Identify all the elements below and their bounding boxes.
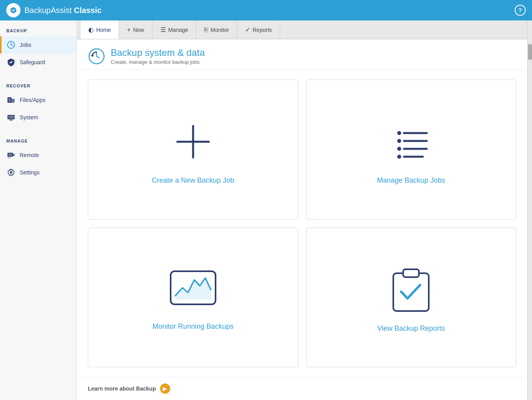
- svg-point-13: [397, 131, 401, 135]
- card-view-reports[interactable]: View Backup Reports: [306, 228, 517, 368]
- clipboard-check-icon: [389, 266, 433, 313]
- svg-rect-22: [393, 273, 429, 311]
- logo: BackupAssist Classic: [6, 3, 102, 17]
- tab-reports[interactable]: ✓ Reports: [237, 20, 280, 39]
- card-reports-label: View Backup Reports: [377, 324, 445, 333]
- app-header: BackupAssist Classic ?: [0, 0, 532, 20]
- tab-manage[interactable]: ☰ Manage: [153, 20, 197, 39]
- sidebar-item-remote[interactable]: Remote: [0, 146, 76, 164]
- page-header-icon: [88, 48, 105, 65]
- sidebar-item-system[interactable]: System: [0, 109, 76, 126]
- card-create-new-backup[interactable]: Create a New Backup Job: [88, 80, 298, 220]
- sidebar-label-manage: MANAGE: [0, 139, 76, 146]
- scrollbar[interactable]: [527, 20, 532, 400]
- sidebar-item-jobs-label: Jobs: [20, 42, 32, 48]
- page-title: Backup system & data: [111, 47, 205, 58]
- footer-arrow-button[interactable]: ▶: [160, 383, 170, 394]
- tab-new-label: New: [133, 27, 144, 33]
- tab-manage-label: Manage: [168, 27, 188, 33]
- sidebar-label-recover: RECOVER: [0, 83, 76, 91]
- tab-home[interactable]: ◐ Home: [80, 20, 119, 39]
- help-button[interactable]: ?: [515, 5, 526, 16]
- sidebar-item-files-apps[interactable]: Files/Apps: [0, 91, 76, 109]
- svg-rect-8: [13, 154, 15, 156]
- svg-rect-4: [9, 120, 13, 120]
- tab-monitor-label: Monitor: [210, 27, 229, 33]
- sidebar-item-jobs[interactable]: Jobs: [0, 36, 76, 54]
- sidebar-item-settings[interactable]: Settings: [0, 164, 76, 181]
- card-monitor-label: Monitor Running Backups: [153, 322, 234, 331]
- settings-icon: [6, 168, 16, 177]
- tab-new[interactable]: + New: [119, 20, 152, 39]
- svg-rect-7: [8, 154, 12, 156]
- home-tab-icon: ◐: [88, 26, 94, 33]
- plus-large-icon: [169, 118, 217, 165]
- svg-rect-5: [8, 116, 14, 119]
- page-header: Backup system & data Create, manage & mo…: [77, 39, 527, 70]
- svg-point-19: [397, 155, 401, 159]
- tab-reports-label: Reports: [253, 27, 272, 33]
- sidebar-item-safeguard[interactable]: Safeguard: [0, 54, 76, 71]
- sidebar-section-recover: RECOVER Files/Apps: [0, 83, 76, 126]
- files-apps-icon: [6, 95, 16, 105]
- page-subtitle: Create, manage & monitor backup jobs: [111, 59, 205, 65]
- tab-bar: ◐ Home + New ☰ Manage ⎘ Monitor ✓ Report…: [77, 20, 527, 39]
- sidebar-label-backup: BACKUP: [0, 28, 76, 36]
- system-icon: [6, 113, 16, 122]
- svg-point-17: [397, 147, 401, 151]
- scrollbar-thumb[interactable]: [528, 44, 532, 60]
- logo-icon: [6, 3, 20, 17]
- cards-grid: Create a New Backup Job: [77, 70, 527, 377]
- sidebar-item-settings-label: Settings: [20, 169, 40, 176]
- sidebar-item-system-label: System: [20, 114, 38, 120]
- svg-point-15: [397, 139, 401, 143]
- tab-home-label: Home: [96, 27, 111, 33]
- sidebar-section-manage: MANAGE Remote: [0, 139, 76, 181]
- sidebar-section-backup: BACKUP Jobs Safeguard: [0, 28, 76, 71]
- remote-icon: [6, 150, 16, 160]
- list-tab-icon: ☰: [160, 26, 166, 33]
- svg-rect-23: [403, 269, 419, 277]
- svg-rect-2: [11, 99, 15, 103]
- sidebar-item-remote-label: Remote: [20, 152, 39, 158]
- list-large-icon: [387, 118, 435, 165]
- jobs-icon: [6, 40, 16, 50]
- main-layout: BACKUP Jobs Safeguard: [0, 20, 532, 400]
- sidebar-item-safeguard-label: Safeguard: [20, 59, 45, 65]
- reports-tab-icon: ✓: [245, 26, 250, 33]
- sidebar-item-files-apps-label: Files/Apps: [20, 97, 45, 103]
- svg-point-9: [10, 171, 12, 174]
- page-header-text: Backup system & data Create, manage & mo…: [111, 47, 205, 65]
- sidebar: BACKUP Jobs Safeguard: [0, 20, 77, 400]
- card-manage-label: Manage Backup Jobs: [377, 176, 445, 185]
- app-title: BackupAssist Classic: [24, 6, 102, 15]
- monitor-tab-icon: ⎘: [204, 26, 208, 33]
- tab-monitor[interactable]: ⎘ Monitor: [196, 20, 237, 39]
- card-manage-backup-jobs[interactable]: Manage Backup Jobs: [306, 80, 517, 220]
- safeguard-icon: [6, 57, 16, 67]
- content-area: ◐ Home + New ☰ Manage ⎘ Monitor ✓ Report…: [77, 20, 527, 400]
- card-monitor-running[interactable]: Monitor Running Backups: [88, 228, 298, 368]
- chart-icon: [167, 268, 219, 311]
- plus-tab-icon: +: [127, 26, 130, 33]
- card-create-label: Create a New Backup Job: [152, 176, 234, 185]
- content-footer: Learn more about Backup ▶: [77, 377, 527, 400]
- footer-text: Learn more about Backup: [88, 385, 156, 392]
